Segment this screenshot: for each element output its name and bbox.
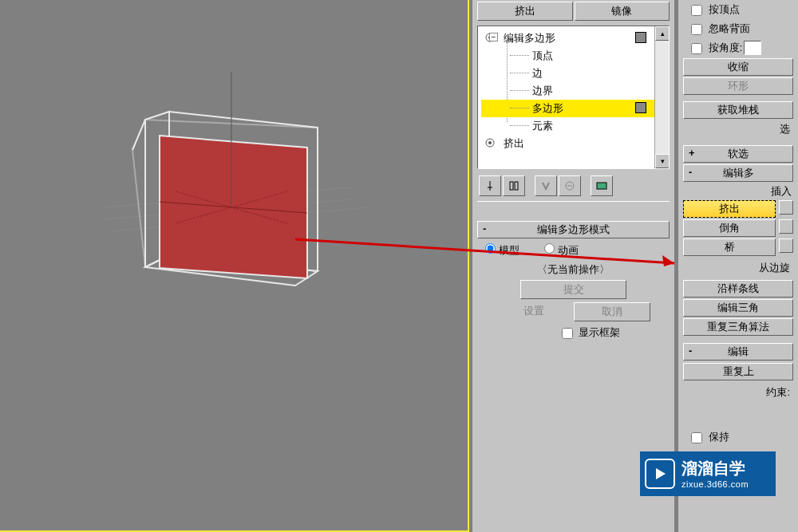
show-cage-checkbox[interactable]: 显示框架 bbox=[562, 326, 621, 338]
svg-rect-24 bbox=[597, 183, 606, 189]
cancel-button[interactable]: 取消 bbox=[574, 302, 651, 321]
extrude-top-button[interactable]: 挤出 bbox=[477, 2, 573, 21]
along-spline-button[interactable]: 沿样条线 bbox=[683, 280, 793, 298]
tree-scrollbar[interactable]: ▴ ▾ bbox=[654, 26, 669, 168]
stack-toolbar bbox=[472, 172, 674, 199]
svg-line-7 bbox=[132, 120, 145, 150]
bridge-button[interactable]: 桥 bbox=[683, 238, 776, 256]
watermark-title: 溜溜自学 bbox=[681, 458, 749, 479]
watermark-badge: 溜溜自学 zixue.3d66.com bbox=[640, 451, 776, 496]
select-label: 选 bbox=[776, 120, 793, 138]
radio-animation[interactable]: 动画 bbox=[544, 244, 579, 256]
pin-stack-icon[interactable] bbox=[479, 175, 501, 196]
perspective-viewport[interactable] bbox=[0, 0, 469, 532]
tree-root-label: 编辑多边形 bbox=[504, 32, 555, 44]
tree-root-editpoly[interactable]: − 编辑多边形 bbox=[481, 30, 666, 47]
modifier-stack-tree[interactable]: − 编辑多边形 顶点 边 边界 多边形 元素 挤出 ▴ ▾ bbox=[477, 26, 670, 169]
svg-rect-21 bbox=[515, 182, 518, 190]
rollup-minus-icon: - bbox=[689, 345, 692, 357]
constraint-label: 约束: bbox=[763, 382, 793, 403]
visibility-icon[interactable] bbox=[484, 138, 496, 148]
collapse-icon[interactable]: − bbox=[489, 33, 498, 41]
get-stack-button[interactable]: 获取堆栈 bbox=[683, 101, 793, 119]
configure-sets-icon[interactable] bbox=[591, 175, 613, 196]
watermark-url: zixue.3d66.com bbox=[681, 479, 749, 490]
svg-line-8 bbox=[132, 150, 145, 267]
box-3d-object[interactable] bbox=[128, 112, 351, 335]
rollup-soft-sel[interactable]: +软选 bbox=[683, 145, 793, 163]
current-operation-label: 〈无当前操作〉 bbox=[472, 261, 674, 278]
ring-button[interactable]: 环形 bbox=[683, 77, 793, 95]
svg-point-19 bbox=[488, 141, 492, 144]
color-swatch[interactable] bbox=[635, 32, 646, 43]
ignore-back-checkbox[interactable]: 忽略背面 bbox=[691, 22, 750, 34]
tree-item-border[interactable]: 边界 bbox=[481, 82, 666, 100]
angle-input[interactable] bbox=[744, 41, 761, 55]
preserve-checkbox[interactable]: 保持 bbox=[691, 431, 729, 443]
svg-rect-20 bbox=[510, 182, 513, 190]
from-edge-label: 从边旋 bbox=[756, 258, 793, 278]
settings-button[interactable]: 设置 bbox=[496, 302, 572, 321]
rollup-minus-icon: - bbox=[689, 166, 692, 178]
bridge-settings-button[interactable] bbox=[779, 238, 793, 253]
extrude-button[interactable]: 挤出 bbox=[683, 200, 776, 218]
play-icon bbox=[645, 459, 675, 489]
show-end-result-icon[interactable] bbox=[503, 175, 525, 196]
rollup-title: 编辑多边形模式 bbox=[537, 223, 610, 235]
retri-button[interactable]: 重复三角算法 bbox=[683, 318, 793, 336]
remove-modifier-icon[interactable] bbox=[559, 175, 581, 196]
repeat-last-button[interactable]: 重复上 bbox=[683, 363, 793, 380]
mirror-top-button[interactable]: 镜像 bbox=[575, 2, 670, 21]
tree-item-edge[interactable]: 边 bbox=[481, 65, 666, 82]
radio-model[interactable]: 模型 bbox=[485, 244, 519, 256]
commit-button[interactable]: 提交 bbox=[520, 280, 626, 299]
rollup-plus-icon: + bbox=[689, 147, 695, 159]
by-angle-checkbox[interactable]: 按角度: bbox=[691, 41, 742, 55]
tree-item-extrude[interactable]: 挤出 bbox=[481, 135, 666, 152]
tree-item-vertex[interactable]: 顶点 bbox=[481, 47, 666, 65]
rollup-minus-icon: - bbox=[483, 223, 486, 234]
tree-item-polygon[interactable]: 多边形 bbox=[481, 100, 666, 117]
tree-item-element[interactable]: 元素 bbox=[481, 117, 666, 135]
scroll-down-icon[interactable]: ▾ bbox=[655, 154, 670, 168]
by-vertex-checkbox[interactable]: 按顶点 bbox=[691, 3, 740, 15]
edit-tri-button[interactable]: 编辑三角 bbox=[683, 299, 793, 317]
svg-marker-25 bbox=[656, 468, 666, 479]
rollup-edit-poly[interactable]: -编辑多 bbox=[683, 164, 793, 182]
make-unique-icon[interactable] bbox=[535, 175, 557, 196]
bevel-button[interactable]: 倒角 bbox=[683, 219, 776, 237]
extrude-settings-button[interactable] bbox=[779, 200, 793, 215]
rollup-edit-poly-mode[interactable]: - 编辑多边形模式 bbox=[477, 221, 670, 238]
shrink-button[interactable]: 收缩 bbox=[683, 58, 793, 76]
rollup-edit[interactable]: -编辑 bbox=[683, 343, 793, 361]
scroll-up-icon[interactable]: ▴ bbox=[655, 26, 670, 41]
insert-label: 插入 bbox=[771, 184, 792, 199]
bevel-settings-button[interactable] bbox=[779, 219, 793, 234]
color-swatch[interactable] bbox=[635, 102, 646, 113]
